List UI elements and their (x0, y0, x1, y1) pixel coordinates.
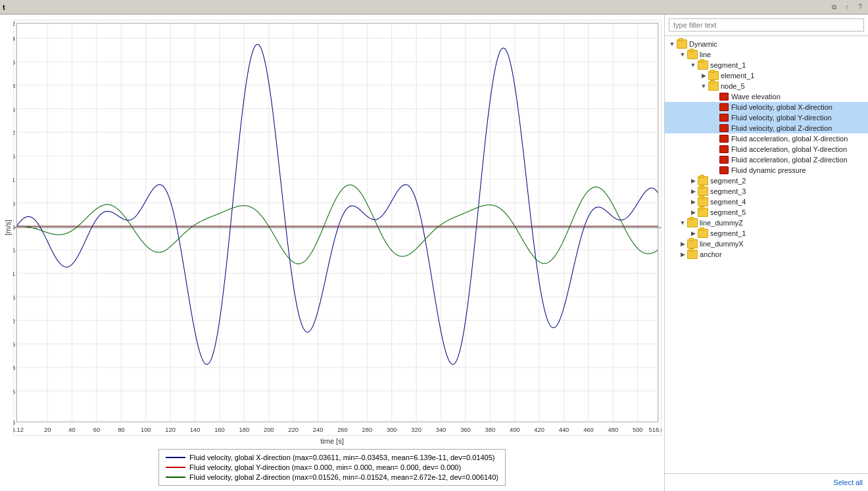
folder-icon (698, 229, 708, 238)
svg-text:0.035: 0.035 (13, 58, 15, 66)
filter-box[interactable] (665, 14, 868, 36)
tree-item-segment_3[interactable]: ▶segment_3 (665, 186, 868, 197)
tree-item-fluid_acc_y[interactable]: Fluid acceleration, global Y-direction (665, 144, 868, 154)
tree-indent (665, 71, 699, 80)
tree-item-fluid_dyn_pressure[interactable]: Fluid dynamic pressure (665, 165, 868, 175)
tree-item-dynamic[interactable]: ▼Dynamic (665, 39, 868, 49)
expand-icon[interactable]: ▼ (678, 218, 687, 227)
restore-icon[interactable]: ⧉ (829, 2, 839, 12)
folder-icon (687, 250, 698, 259)
folder-icon (677, 39, 687, 49)
legend-item-z: Fluid velocity, global Z-direction (max=… (166, 473, 498, 481)
tree-indent (665, 60, 688, 70)
up-icon[interactable]: ↑ (842, 2, 852, 12)
filter-input[interactable] (669, 18, 864, 32)
expand-icon[interactable]: ▶ (678, 239, 687, 248)
svg-text:80: 80 (118, 426, 124, 433)
select-all-link[interactable]: Select all (833, 479, 863, 486)
svg-text:380: 380 (485, 426, 496, 433)
legend-line-y (166, 467, 185, 468)
tree-indent (665, 250, 678, 259)
legend-label-x: Fluid velocity, global X-direction (max=… (189, 454, 495, 461)
tree-label: anchor (700, 250, 722, 258)
sidebar-bottom: Select all (665, 473, 868, 491)
legend-line-x (166, 457, 185, 458)
tree-label: segment_3 (710, 187, 746, 195)
folder-icon (708, 82, 719, 91)
tree-item-segment_1[interactable]: ▼segment_1 (665, 60, 868, 70)
tree-indent (665, 229, 688, 238)
title-bar-icons: ⧉ ↑ ? (829, 2, 865, 12)
folder-icon (708, 71, 719, 80)
tree-label: Fluid acceleration, global Z-direction (731, 156, 848, 164)
tree-item-segment_2[interactable]: ▶segment_2 (665, 175, 868, 186)
svg-text:280: 280 (362, 426, 373, 433)
tree-item-line[interactable]: ▼line (665, 49, 868, 60)
svg-text:-0.015: -0.015 (13, 294, 15, 301)
folder-icon (698, 187, 708, 196)
tree-indent (665, 124, 710, 133)
svg-text:60: 60 (93, 426, 100, 433)
expand-icon[interactable]: ▶ (688, 229, 698, 238)
svg-text:340: 340 (436, 426, 446, 433)
tree-indent (665, 82, 699, 91)
tree-item-line_dummyX[interactable]: ▶line_dummyX (665, 239, 868, 249)
tree-label: line_dummyZ (700, 219, 743, 227)
expand-icon[interactable]: ▶ (688, 197, 698, 206)
tree-item-fluid_vel_y[interactable]: Fluid velocity, global Y-direction (665, 112, 868, 123)
svg-text:0.0432: 0.0432 (13, 20, 15, 27)
legend-item-x: Fluid velocity, global X-direction (max=… (166, 454, 498, 461)
expand-icon[interactable]: ▶ (688, 208, 698, 217)
tree-label: Fluid velocity, global Z-direction (731, 124, 832, 132)
tree-item-anchor[interactable]: ▶anchor (665, 249, 868, 260)
expand-icon[interactable]: ▶ (678, 250, 687, 259)
tree-label: Fluid acceleration, global Y-direction (731, 145, 847, 153)
svg-text:20: 20 (44, 426, 51, 433)
tree-item-fluid_acc_x[interactable]: Fluid acceleration, global X-direction (665, 133, 868, 144)
chart-svg: 0.040.0350.030.0250.020.0150.010.0050-0.… (13, 20, 662, 436)
tree-item-node_5[interactable]: ▼node_5 (665, 81, 868, 91)
expand-icon[interactable]: ▼ (688, 60, 698, 70)
tree-indent (665, 155, 710, 164)
tree-indent (665, 176, 688, 185)
expand-icon[interactable]: ▶ (688, 187, 698, 196)
window-title: t (3, 3, 5, 11)
expand-icon[interactable]: ▼ (699, 82, 708, 91)
expand-icon[interactable]: ▼ (667, 39, 677, 49)
tree-label: line (700, 51, 711, 58)
leaf-icon (719, 124, 729, 133)
expand-icon[interactable]: ▼ (678, 50, 687, 59)
legend-line-z (166, 477, 185, 478)
tree-item-fluid_vel_x[interactable]: Fluid velocity, global X-direction (665, 102, 868, 112)
expand-icon[interactable]: ▶ (688, 176, 698, 185)
x-axis-label: time [s] (3, 436, 662, 446)
svg-text:140: 140 (190, 426, 201, 433)
tree-item-fluid_acc_z[interactable]: Fluid acceleration, global Z-direction (665, 154, 868, 165)
tree-label: segment_1 (710, 229, 746, 237)
svg-text:0.015: 0.015 (13, 152, 15, 160)
legend-item-y: Fluid velocity, global Y-direction (max=… (166, 463, 498, 471)
tree-item-wave_elevation[interactable]: Wave elevation (665, 91, 868, 102)
svg-text:220: 220 (288, 426, 299, 433)
leaf-icon (719, 113, 729, 122)
tree-label: segment_1 (710, 61, 746, 69)
tree-indent (665, 134, 710, 143)
folder-icon (698, 60, 708, 70)
tree-item-line_dummyZ[interactable]: ▼line_dummyZ (665, 218, 868, 228)
expand-icon[interactable]: ▶ (699, 71, 708, 80)
tree-item-fluid_vel_z[interactable]: Fluid velocity, global Z-direction (665, 123, 868, 133)
tree-item-segment_4[interactable]: ▶segment_4 (665, 197, 868, 207)
legend-label-y: Fluid velocity, global Y-direction (max=… (189, 463, 461, 471)
help-icon[interactable]: ? (855, 2, 865, 12)
tree-item-segment_5[interactable]: ▶segment_5 (665, 207, 868, 218)
svg-text:260: 260 (337, 426, 348, 433)
tree-label: Wave elevation (731, 93, 781, 101)
tree-indent (665, 145, 710, 154)
tree-label: segment_5 (710, 208, 746, 216)
tree-item-element_1[interactable]: ▶element_1 (665, 70, 868, 81)
y-axis-label: [m/s] (3, 20, 13, 436)
tree-item-segment_1b[interactable]: ▶segment_1 (665, 228, 868, 239)
tree-label: element_1 (721, 72, 754, 80)
tree-container[interactable]: ▼Dynamic ▼line ▼segment_1 ▶element_1 ▼no… (665, 36, 868, 473)
tree-indent (665, 208, 688, 217)
